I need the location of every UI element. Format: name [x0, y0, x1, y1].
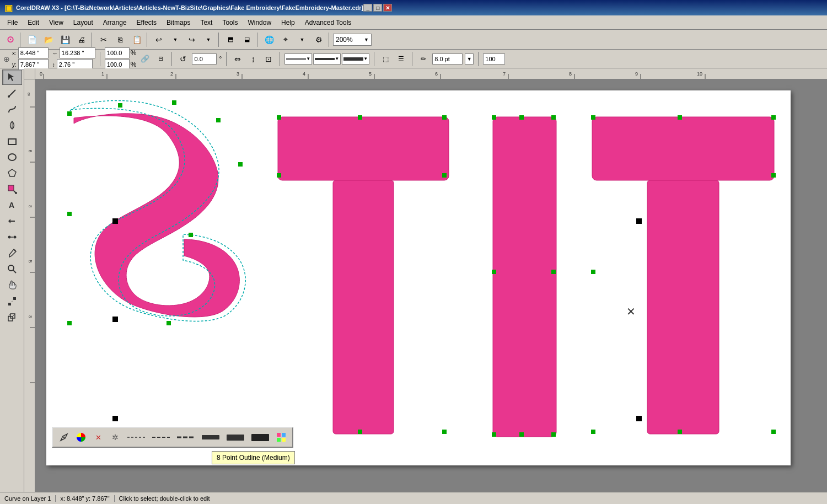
- t1-handle-tr[interactable]: [442, 115, 447, 120]
- undo-button[interactable]: ↩: [151, 32, 167, 47]
- i-handle-lm[interactable]: [492, 270, 496, 274]
- menu-help[interactable]: Help: [276, 17, 300, 29]
- publish-web[interactable]: 🌐: [261, 32, 277, 47]
- ellipse-tool[interactable]: [2, 149, 22, 165]
- outline-width-input[interactable]: [432, 53, 463, 65]
- menu-arrange[interactable]: Arrange: [98, 17, 132, 29]
- i-handle-br[interactable]: [551, 432, 556, 437]
- t2-handle-tr[interactable]: [771, 115, 776, 120]
- letter-t2-group[interactable]: [591, 115, 776, 434]
- t2-handle-tm[interactable]: [678, 115, 682, 120]
- t1-handle-br[interactable]: [442, 430, 447, 434]
- line-style-3[interactable]: [174, 432, 197, 443]
- save-button[interactable]: 💾: [57, 32, 73, 47]
- flip-btn[interactable]: ⊡: [262, 53, 275, 65]
- menu-text[interactable]: Text: [195, 17, 217, 29]
- t1-handle-tm[interactable]: [358, 115, 362, 120]
- menu-advanced-tools[interactable]: Advanced Tools: [300, 17, 357, 29]
- scale-w-input[interactable]: [105, 47, 130, 58]
- redo-dropdown[interactable]: ▼: [201, 32, 216, 47]
- line-width-combo[interactable]: ▼: [342, 53, 369, 65]
- handle-bot-mid[interactable]: [167, 321, 171, 325]
- open-button[interactable]: 📂: [41, 32, 56, 47]
- freehand-tool[interactable]: [2, 85, 22, 101]
- interactive-tool[interactable]: [2, 213, 22, 229]
- letter-s-group[interactable]: [67, 100, 245, 325]
- mirror-h-btn[interactable]: ⇔: [231, 53, 244, 65]
- line-style-1[interactable]: [125, 432, 148, 443]
- width-input[interactable]: [60, 47, 95, 58]
- handle-mid-right[interactable]: [189, 233, 193, 237]
- new-button[interactable]: 📄: [24, 32, 40, 47]
- zoom-arrow[interactable]: ▼: [364, 37, 369, 42]
- i-handle-tr[interactable]: [551, 115, 556, 120]
- app-logo-btn[interactable]: ⊙: [2, 32, 18, 47]
- zoom-tool[interactable]: [2, 261, 22, 277]
- pen-nib-btn[interactable]: [56, 430, 72, 444]
- line-style-5[interactable]: [224, 432, 247, 443]
- color-wheel-btn[interactable]: [73, 430, 89, 444]
- handle-bot-left[interactable]: [67, 321, 72, 325]
- angle-input[interactable]: [192, 53, 217, 65]
- t1-handle-lm[interactable]: [277, 173, 281, 178]
- handle-top-mid[interactable]: [118, 103, 122, 108]
- align-btn[interactable]: ☰: [394, 53, 407, 65]
- letter-i-group[interactable]: [492, 115, 556, 437]
- polygon-tool[interactable]: [2, 165, 22, 181]
- t2-handle-bl[interactable]: [591, 430, 595, 434]
- options-button[interactable]: ⚙: [311, 32, 326, 47]
- undo-dropdown[interactable]: ▼: [168, 32, 183, 47]
- handle-top-left[interactable]: [67, 111, 72, 116]
- menu-view[interactable]: View: [44, 17, 68, 29]
- menu-window[interactable]: Window: [243, 17, 276, 29]
- t2-handle-lm[interactable]: [591, 270, 595, 274]
- hand-tool[interactable]: [2, 277, 22, 293]
- close-button[interactable]: ✕: [383, 4, 392, 12]
- blend-tool[interactable]: [2, 293, 22, 309]
- text-tool[interactable]: A: [2, 197, 22, 213]
- redo-button[interactable]: ↪: [184, 32, 200, 47]
- print-button[interactable]: 🖨: [74, 32, 89, 47]
- x-input[interactable]: [18, 47, 49, 58]
- pointer-tool[interactable]: [2, 69, 22, 85]
- t1-handle-tl[interactable]: [277, 115, 281, 120]
- snap-dropdown[interactable]: ▼: [294, 32, 310, 47]
- zoom-combo[interactable]: 200% ▼: [333, 34, 372, 46]
- t1-handle-bm[interactable]: [358, 430, 362, 434]
- handle-right-mid[interactable]: [238, 162, 243, 167]
- line-style-combo[interactable]: ▼: [284, 53, 312, 65]
- snap-btn[interactable]: ⌖: [278, 32, 293, 47]
- menu-file[interactable]: File: [2, 17, 23, 29]
- t2-handle-bm[interactable]: [678, 430, 682, 434]
- minimize-button[interactable]: _: [363, 4, 372, 12]
- i-handle-rm[interactable]: [551, 270, 556, 274]
- fill-tool[interactable]: [2, 181, 22, 197]
- t2-handle-rm[interactable]: [771, 173, 776, 178]
- handle-left-mid[interactable]: [67, 212, 72, 216]
- menu-tools[interactable]: Tools: [217, 17, 243, 29]
- menu-edit[interactable]: Edit: [23, 17, 44, 29]
- connector-tool[interactable]: [2, 229, 22, 245]
- bezier-tool[interactable]: [2, 101, 22, 117]
- import-button[interactable]: ⬒: [223, 32, 238, 47]
- smear-tool[interactable]: [2, 117, 22, 133]
- counter-input[interactable]: [483, 53, 505, 65]
- menu-layout[interactable]: Layout: [68, 17, 98, 29]
- line-style-4[interactable]: [199, 432, 222, 443]
- copy-button[interactable]: ⎘: [112, 32, 128, 47]
- snowflake-btn[interactable]: ✲: [108, 430, 123, 444]
- menu-bitmaps[interactable]: Bitmaps: [162, 17, 195, 29]
- extrude-tool[interactable]: [2, 309, 22, 325]
- scale-fill-btn[interactable]: ⊟: [154, 53, 167, 65]
- menu-effects[interactable]: Effects: [132, 17, 162, 29]
- eyedropper-tool[interactable]: [2, 245, 22, 261]
- mirror-v-btn[interactable]: ↨: [246, 53, 260, 65]
- t2-handle-tl[interactable]: [591, 115, 595, 120]
- i-handle-bl[interactable]: [492, 432, 496, 437]
- paste-button[interactable]: 📋: [129, 32, 144, 47]
- i-handle-bm[interactable]: [519, 432, 524, 437]
- letter-t1-group[interactable]: [277, 115, 449, 434]
- handle-right-top[interactable]: [216, 118, 221, 122]
- color-palette-btn[interactable]: [273, 430, 289, 444]
- i-handle-tl[interactable]: [492, 115, 496, 120]
